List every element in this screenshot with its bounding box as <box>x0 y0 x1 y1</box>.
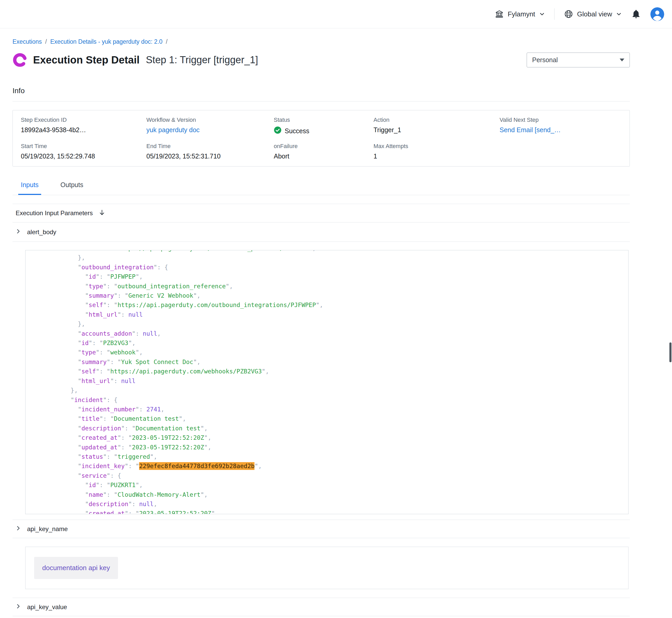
fylamynt-logo-icon <box>12 53 27 68</box>
breadcrumb: Executions / Execution Details - yuk pag… <box>12 38 630 45</box>
chevron-right-icon <box>15 525 21 533</box>
param-label: api_key_value <box>27 603 67 611</box>
visibility-select-value: Personal <box>532 56 558 64</box>
input-parameters-section: Execution Input Parameters alert_body <box>12 204 630 242</box>
breadcrumb-execution-details[interactable]: Execution Details - yuk pagerduty doc: 2… <box>50 38 163 45</box>
field-workflow-version: Workflow & Version yuk pagerduty doc <box>146 117 274 135</box>
notifications-button[interactable] <box>631 9 641 19</box>
main-content: Executions / Execution Details - yuk pag… <box>12 38 630 616</box>
param-row-api-key-value[interactable]: api_key_value <box>12 598 630 616</box>
breadcrumb-executions[interactable]: Executions <box>12 38 42 45</box>
arrow-down-icon[interactable] <box>98 209 105 217</box>
field-start-time: Start Time 05/19/2023, 15:52:29.748 <box>21 143 146 160</box>
param-row-api-key-name[interactable]: api_key_name <box>12 520 630 538</box>
next-step-link[interactable]: Send Email [send_… <box>500 126 561 133</box>
bank-icon <box>495 10 504 18</box>
globe-icon <box>564 9 573 19</box>
bell-icon <box>631 16 641 20</box>
top-bar: Fylamynt Global view <box>0 0 672 28</box>
param-label: alert_body <box>27 228 56 236</box>
chevron-down-icon <box>539 11 545 17</box>
page-scrollbar-thumb[interactable] <box>669 342 671 362</box>
breadcrumb-separator: / <box>166 38 167 45</box>
params-heading: Execution Input Parameters <box>16 209 93 217</box>
param-label: api_key_name <box>27 525 68 533</box>
field-step-execution-id: Step Execution ID 18992a43-9538-4b2… <box>21 117 146 135</box>
info-card: Step Execution ID 18992a43-9538-4b2… Wor… <box>12 110 630 167</box>
view-name: Global view <box>577 10 612 18</box>
chevron-right-icon <box>15 228 21 236</box>
api-key-name-value-box: documentation api key <box>25 547 628 589</box>
field-end-time: End Time 05/19/2023, 15:52:31.710 <box>146 143 274 160</box>
user-avatar[interactable] <box>650 7 664 21</box>
caret-down-icon <box>620 59 624 62</box>
header-divider <box>554 8 555 20</box>
workflow-link[interactable]: yuk pagerduty doc <box>146 126 199 133</box>
field-empty <box>500 143 622 160</box>
field-status: Status Success <box>274 117 373 135</box>
visibility-select[interactable]: Personal <box>527 53 630 68</box>
chevron-right-icon <box>15 603 21 611</box>
field-on-failure: onFailure Abort <box>274 143 373 160</box>
page-subtitle: Step 1: Trigger [trigger_1] <box>146 55 258 66</box>
tab-bar: Inputs Outputs <box>12 176 630 195</box>
tab-outputs[interactable]: Outputs <box>58 181 86 195</box>
chevron-down-icon <box>616 11 622 17</box>
info-heading: Info <box>12 87 630 95</box>
org-name: Fylamynt <box>508 10 535 18</box>
success-icon <box>274 126 281 135</box>
param-row-alert-body[interactable]: alert_body <box>12 222 630 242</box>
alert-body-json-viewer[interactable]: "self": "https://api.pagerduty.com/escal… <box>25 250 628 514</box>
page-title: Execution Step Detail <box>33 54 140 66</box>
org-switcher[interactable]: Fylamynt <box>495 10 544 18</box>
breadcrumb-separator: / <box>45 38 47 45</box>
view-switcher[interactable]: Global view <box>564 9 622 19</box>
field-max-attempts: Max Attempts 1 <box>373 143 500 160</box>
api-key-name-chip[interactable]: documentation api key <box>34 557 118 579</box>
field-action: Action Trigger_1 <box>373 117 500 135</box>
title-row: Execution Step Detail Step 1: Trigger [t… <box>12 53 630 68</box>
status-text: Success <box>285 127 309 135</box>
field-valid-next-step: Valid Next Step Send Email [send_… <box>500 117 622 135</box>
tab-inputs[interactable]: Inputs <box>18 181 41 195</box>
execution-input-parameters-header: Execution Input Parameters <box>12 204 630 222</box>
json-code: "self": "https://api.pagerduty.com/escal… <box>25 250 628 514</box>
